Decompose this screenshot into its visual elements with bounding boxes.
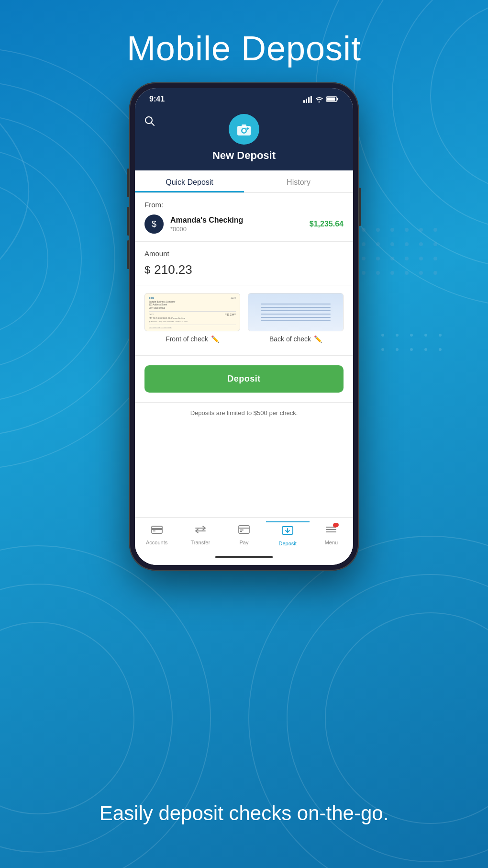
- check-back-label-row: Back of check ✏️: [269, 335, 322, 343]
- status-time: 9:41: [149, 95, 165, 103]
- svg-rect-61: [152, 528, 162, 530]
- check-front-item: bcu 1234 Sample Business Company 123 Add…: [144, 293, 240, 343]
- check-front-label-row: Front of check ✏️: [166, 335, 219, 343]
- phone-screen: 9:41: [135, 88, 353, 565]
- search-icon[interactable]: [144, 116, 155, 129]
- page-header-title: New Deposit: [212, 149, 276, 162]
- nav-menu[interactable]: Menu: [310, 521, 353, 549]
- check-front-image[interactable]: bcu 1234 Sample Business Company 123 Add…: [144, 293, 240, 331]
- menu-icon: [325, 524, 337, 538]
- svg-point-56: [243, 129, 246, 133]
- deposit-camera-icon: [229, 114, 259, 145]
- nav-pay[interactable]: Pay: [222, 521, 266, 549]
- svg-rect-51: [327, 98, 335, 101]
- deposit-section: Deposit: [135, 356, 353, 403]
- svg-rect-67: [240, 530, 244, 530]
- checks-row: bcu 1234 Sample Business Company 123 Add…: [144, 293, 344, 343]
- status-bar: 9:41: [135, 88, 353, 108]
- deposit-label: Deposit: [279, 541, 297, 546]
- phone-mockup: 9:41: [0, 82, 488, 571]
- deposit-nav-icon: [282, 525, 293, 539]
- transfer-label: Transfer: [191, 540, 211, 545]
- wifi-icon: [315, 96, 323, 102]
- account-number: *0000: [170, 225, 303, 233]
- nav-accounts[interactable]: Accounts: [135, 521, 178, 549]
- content-area: From: $ Amanda's Checking *0000 $1,235.6…: [135, 193, 353, 517]
- phone-body: 9:41: [129, 82, 359, 571]
- disclaimer-text: Deposits are limited to $500 per check.: [135, 403, 353, 424]
- account-balance: $1,235.64: [310, 220, 344, 228]
- home-indicator: [135, 551, 353, 565]
- amount-value[interactable]: 210.23: [154, 262, 192, 277]
- svg-rect-68: [240, 531, 242, 532]
- check-front-label: Front of check: [166, 335, 208, 343]
- checks-section: bcu 1234 Sample Business Company 123 Add…: [135, 285, 353, 356]
- svg-point-19: [0, 622, 134, 814]
- amount-label: Amount: [144, 249, 344, 258]
- nav-deposit[interactable]: Deposit: [266, 521, 310, 549]
- home-bar: [215, 556, 273, 558]
- amount-section: Amount $ 210.23: [135, 242, 353, 285]
- bottom-nav: Accounts Transfer: [135, 517, 353, 551]
- tabs-container: Quick Deposit History: [135, 170, 353, 193]
- battery-icon: [326, 96, 339, 102]
- svg-rect-57: [242, 124, 246, 127]
- check-back-image[interactable]: [248, 293, 344, 331]
- account-row[interactable]: $ Amanda's Checking *0000 $1,235.64: [144, 214, 344, 234]
- nav-transfer[interactable]: Transfer: [178, 521, 222, 549]
- currency-symbol: $: [144, 264, 150, 276]
- account-info: Amanda's Checking *0000: [170, 216, 303, 233]
- transfer-icon: [195, 524, 206, 538]
- app-header: New Deposit: [135, 108, 353, 170]
- check-front-edit-icon[interactable]: ✏️: [211, 335, 219, 343]
- tab-history[interactable]: History: [244, 170, 353, 192]
- svg-point-22: [325, 613, 488, 823]
- check-back-edit-icon[interactable]: ✏️: [314, 335, 322, 343]
- check-back-label: Back of check: [269, 335, 311, 343]
- tab-quick-deposit[interactable]: Quick Deposit: [135, 170, 244, 192]
- signal-icon: [303, 96, 312, 103]
- pay-label: Pay: [240, 540, 249, 545]
- amount-row: $ 210.23: [144, 262, 344, 277]
- svg-rect-62: [153, 530, 155, 531]
- accounts-label: Accounts: [146, 540, 167, 545]
- menu-label: Menu: [325, 540, 338, 545]
- from-section: From: $ Amanda's Checking *0000 $1,235.6…: [135, 193, 353, 242]
- from-label: From:: [144, 201, 344, 209]
- svg-line-53: [152, 123, 155, 126]
- check-back-item: Back of check ✏️: [248, 293, 344, 343]
- account-name: Amanda's Checking: [170, 216, 303, 225]
- svg-rect-50: [337, 98, 339, 101]
- status-icons: [303, 96, 339, 103]
- page-title: Mobile Deposit: [0, 0, 488, 68]
- pay-icon: [238, 524, 250, 538]
- page-tagline: Easily deposit checks on-the-go.: [0, 802, 488, 825]
- accounts-icon: [151, 524, 163, 538]
- account-icon: $: [144, 214, 164, 234]
- deposit-button[interactable]: Deposit: [144, 365, 344, 393]
